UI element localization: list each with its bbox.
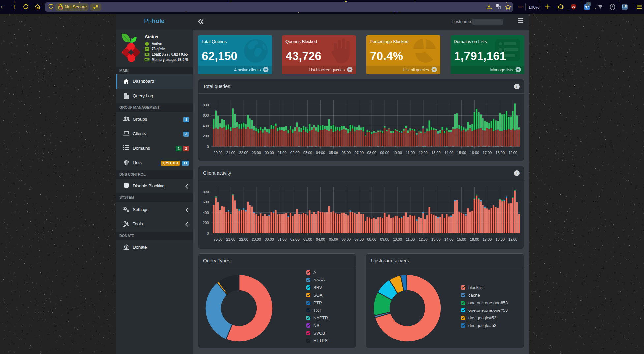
svg-text:$: $ [126,245,127,248]
svg-text:200: 200 [203,134,209,138]
svg-text:09:00: 09:00 [380,237,389,241]
svg-text:12:00: 12:00 [419,237,428,241]
svg-text:05:00: 05:00 [329,151,338,155]
svg-text:14:00: 14:00 [444,237,454,241]
svg-text:03:00: 03:00 [303,237,312,241]
svg-text:23:00: 23:00 [252,237,261,241]
svg-text:00:00: 00:00 [265,151,274,155]
svg-text:15:00: 15:00 [457,151,466,155]
svg-text:02:00: 02:00 [290,151,300,155]
svg-text:23:00: 23:00 [252,151,261,155]
svg-text:17:00: 17:00 [483,151,492,155]
svg-text:21:00: 21:00 [226,237,235,241]
svg-text:09:00: 09:00 [380,151,389,155]
svg-text:11:00: 11:00 [406,151,415,155]
svg-text:0: 0 [207,145,209,149]
svg-text:800: 800 [203,190,209,194]
svg-text:14:00: 14:00 [444,151,454,155]
svg-text:20:00: 20:00 [214,237,223,241]
svg-text:13:00: 13:00 [431,151,441,155]
svg-text:16:00: 16:00 [470,237,479,241]
svg-text:16:00: 16:00 [470,151,479,155]
svg-text:08:00: 08:00 [367,237,376,241]
svg-text:0: 0 [207,231,209,235]
svg-text:06:00: 06:00 [342,151,351,155]
svg-text:10:00: 10:00 [393,237,402,241]
svg-text:06:00: 06:00 [342,237,351,241]
svg-text:800: 800 [203,103,209,107]
svg-text:10:00: 10:00 [393,151,402,155]
svg-text:15:00: 15:00 [457,237,466,241]
svg-text:07:00: 07:00 [355,151,364,155]
svg-text:600: 600 [203,200,209,204]
svg-text:04:00: 04:00 [316,237,325,241]
svg-text:13:00: 13:00 [431,237,441,241]
svg-text:400: 400 [203,211,209,215]
svg-text:20:00: 20:00 [214,151,223,155]
svg-text:01:00: 01:00 [278,237,287,241]
svg-text:07:00: 07:00 [355,237,364,241]
svg-text:200: 200 [203,221,209,225]
svg-text:04:00: 04:00 [316,151,325,155]
svg-text:00:00: 00:00 [265,237,274,241]
svg-text:18:00: 18:00 [496,237,505,241]
svg-text:11:00: 11:00 [406,237,415,241]
svg-text:08:00: 08:00 [367,151,376,155]
svg-text:01:00: 01:00 [278,151,287,155]
svg-text:22:00: 22:00 [239,151,248,155]
svg-text:21:00: 21:00 [226,151,235,155]
svg-text:02:00: 02:00 [290,237,300,241]
svg-text:17:00: 17:00 [483,237,492,241]
svg-text:600: 600 [203,113,209,117]
svg-text:03:00: 03:00 [303,151,312,155]
svg-text:19:00: 19:00 [508,151,517,155]
svg-text:uO: uO [572,6,575,8]
svg-text:12:00: 12:00 [419,151,428,155]
svg-text:22:00: 22:00 [239,237,248,241]
svg-text:400: 400 [203,124,209,128]
svg-text:18:00: 18:00 [496,151,505,155]
svg-text:19:00: 19:00 [508,237,517,241]
svg-text:05:00: 05:00 [329,237,338,241]
